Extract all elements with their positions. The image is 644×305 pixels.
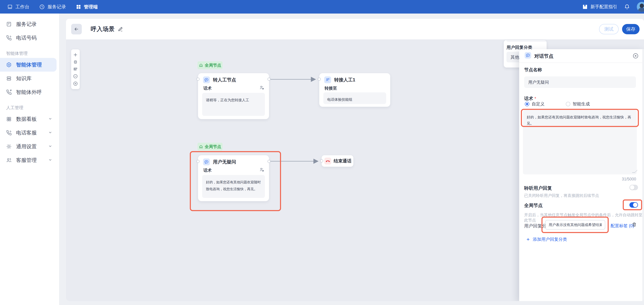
radio-custom[interactable] xyxy=(525,102,529,106)
node-transfer-script[interactable]: 转人工节点 话术 请稍等，正在为您转接人工 xyxy=(198,73,269,119)
zoom-out-icon[interactable] xyxy=(73,74,78,79)
chevron-down-icon[interactable] xyxy=(48,130,52,136)
sidebar-label: 电话号码 xyxy=(16,34,37,41)
sidebar-label: 智能体管理 xyxy=(16,61,42,68)
add-reply-class-button[interactable]: 添加用户回复分类 xyxy=(526,237,567,242)
node-title: 结束通话 xyxy=(334,158,352,164)
radio-custom-label: 自定义 xyxy=(532,101,544,107)
chevron-down-icon[interactable] xyxy=(48,116,52,122)
listen-toggle[interactable] xyxy=(630,185,638,190)
zoom-in-icon[interactable] xyxy=(73,81,78,86)
input-port[interactable] xyxy=(318,78,321,81)
save-button[interactable]: 保存 xyxy=(622,24,640,34)
document-icon xyxy=(6,21,12,27)
global-node-tag-label: 全局节点 xyxy=(205,144,221,149)
node-skill-group: 电话体验技能组 xyxy=(323,92,386,104)
node-user-no-question[interactable]: 用户无疑问 话术 好的，如果您还有其他问题欢迎随时致电咨询，祝您生活愉快，再见。 xyxy=(198,155,269,201)
trash-icon[interactable] xyxy=(632,222,637,227)
global-node-tag-label: 全局节点 xyxy=(205,62,221,68)
main-card: 呼入场景 测试 保存 全局节点 xyxy=(66,19,644,301)
input-port[interactable] xyxy=(196,160,200,163)
sidebar-label: 数据看板 xyxy=(16,116,37,123)
input-port[interactable] xyxy=(320,159,323,162)
radio-ai-label: 智能生成 xyxy=(573,101,590,107)
topbar: 工作台 服务记录 管理端 新手配置指引 xyxy=(0,0,644,13)
sidebar-item-service-records[interactable]: 服务记录 xyxy=(0,17,59,31)
user-voice-icon[interactable] xyxy=(260,85,264,90)
config-tag-link[interactable]: 配置标签 (0) xyxy=(610,223,634,229)
sidebar-section-manual: 人工管理 xyxy=(0,105,59,110)
close-icon[interactable] xyxy=(633,53,638,59)
gear-icon xyxy=(6,144,12,149)
global-toggle[interactable] xyxy=(630,202,638,208)
user-voice-icon[interactable] xyxy=(260,167,264,172)
chevron-down-icon[interactable] xyxy=(48,144,52,149)
sidebar-item-phone-numbers[interactable]: 电话号码 xyxy=(0,31,59,45)
node-script-content: 好的，如果您还有其他问题欢迎随时致电咨询，祝您生活愉快，再见。 xyxy=(202,175,265,198)
node-transfer-agent[interactable]: 转接人工1 转接至 电话体验技能组 xyxy=(319,73,390,107)
edit-icon[interactable] xyxy=(118,26,123,32)
test-button[interactable]: 测试 xyxy=(599,24,618,34)
sidebar-label: 智能体外呼 xyxy=(16,89,42,96)
global-node-tag: 全局节点 xyxy=(198,61,222,69)
global-node-tag: 全局节点 xyxy=(198,143,222,151)
sidebar-label: 服务记录 xyxy=(16,21,37,28)
sidebar-item-agent-staff-management[interactable]: 客服管理 xyxy=(0,153,59,167)
laptop-icon xyxy=(7,4,13,9)
scrollbar[interactable] xyxy=(642,49,644,301)
clock-icon xyxy=(39,4,45,9)
node-script-label: 话术 xyxy=(203,168,212,173)
listen-toggle-label: 聆听用户回复 xyxy=(524,185,552,191)
phone-icon xyxy=(6,130,12,136)
back-button[interactable] xyxy=(71,24,82,34)
hidden-content-box xyxy=(506,40,546,42)
grid-icon xyxy=(76,4,81,9)
newbie-guide-link[interactable]: 新手配置指引 xyxy=(582,4,617,10)
sidebar-item-agent-outbound[interactable]: 智能体外呼 xyxy=(0,85,59,99)
sidebar-label: 通用设置 xyxy=(16,143,37,150)
agent-node-icon xyxy=(324,76,331,83)
node-transfer-to-label: 转接至 xyxy=(324,85,337,91)
chat-node-icon xyxy=(203,159,210,165)
sidebar-item-dashboard[interactable]: 数据看板 xyxy=(0,112,59,126)
node-title: 转接人工1 xyxy=(334,77,355,83)
bell-icon[interactable] xyxy=(624,4,630,10)
sidebar-item-phone-service[interactable]: 电话客服 xyxy=(0,126,59,140)
canvas-toolbar xyxy=(71,49,80,89)
sidebar-item-knowledge-base[interactable]: 知识库 xyxy=(0,72,59,85)
sidebar-item-general-settings[interactable]: 通用设置 xyxy=(0,140,59,153)
tab-workbench[interactable]: 工作台 xyxy=(7,4,29,10)
add-reply-class-label: 添加用户回复分类 xyxy=(533,237,567,242)
node-name-label: 节点名称 xyxy=(524,67,542,73)
flow-canvas[interactable]: 全局节点 转人工节点 话术 请稍等，正在为您转接人工 转接人工1 xyxy=(66,39,644,301)
auto-layout-icon[interactable] xyxy=(73,67,78,71)
sidebar-item-agent-management[interactable]: 智能体管理 xyxy=(0,58,56,72)
sidebar-section-agent: 智能体管理 xyxy=(0,50,59,56)
chevron-down-icon[interactable] xyxy=(48,157,52,163)
script-textarea[interactable]: 好的，如果您还有其他问题欢迎随时致电咨询，祝您生活愉快，再见。 xyxy=(523,110,637,174)
page-title: 呼入场景 xyxy=(91,25,115,33)
home-icon xyxy=(199,145,203,149)
sidebar: 服务记录 电话号码 智能体管理 智能体管理 知识库 智能体外呼 人工管理 数据看… xyxy=(0,13,60,305)
tab-admin[interactable]: 管理端 xyxy=(76,4,98,10)
node-title: 转人工节点 xyxy=(213,77,236,83)
panel-title: 对话节点 xyxy=(534,53,554,59)
people-icon xyxy=(6,157,12,163)
output-port[interactable] xyxy=(268,160,270,163)
sidebar-label: 客服管理 xyxy=(16,157,37,164)
output-port[interactable] xyxy=(268,78,270,81)
hexagon-nut-icon xyxy=(6,62,12,67)
node-name-input[interactable] xyxy=(524,76,636,88)
script-mode-radios: 自定义 智能生成 xyxy=(525,101,590,107)
radio-ai-generate[interactable] xyxy=(566,102,570,106)
tab-service-records[interactable]: 服务记录 xyxy=(39,4,66,10)
node-end-call[interactable]: 结束通话 xyxy=(322,155,354,167)
avatar[interactable] xyxy=(637,2,644,12)
input-port[interactable] xyxy=(196,78,200,81)
add-node-icon[interactable] xyxy=(73,52,78,57)
global-toggle-label: 全局节点 xyxy=(524,202,543,209)
fit-view-icon[interactable] xyxy=(73,60,78,64)
node-script-label: 话术 xyxy=(203,85,212,91)
divider xyxy=(519,62,644,63)
reply-class-input[interactable] xyxy=(545,220,605,230)
